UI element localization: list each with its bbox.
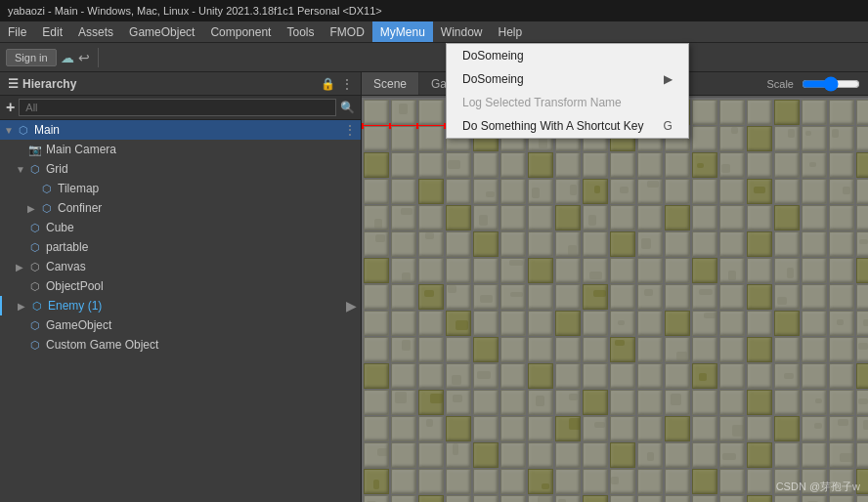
hierarchy-title: ☰ Hierarchy [8, 77, 76, 91]
cube-icon-pool: ⬡ [27, 278, 43, 294]
tree-item-canvas[interactable]: ▶ ⬡ Canvas [0, 257, 361, 276]
more-options-icon[interactable]: ⋮ [341, 77, 353, 91]
tree-item-custom-go[interactable]: ⬡ Custom Game Object [0, 335, 361, 355]
menu-bar: File Edit Assets GameObject Component To… [0, 21, 868, 43]
menu-assets[interactable]: Assets [70, 21, 121, 42]
history-icon[interactable]: ↩ [78, 50, 90, 65]
tree-label-cube: Cube [46, 221, 74, 234]
sign-in-button[interactable]: Sign in [6, 49, 57, 66]
submenu-arrow-icon: ▶ [664, 72, 673, 86]
menu-component[interactable]: Component [202, 21, 279, 42]
tree-label-tilemap: Tilemap [58, 182, 99, 195]
dropdown-label-2: DoSomeing [462, 72, 524, 86]
tab-scene[interactable]: Scene [362, 72, 419, 95]
tree-item-grid[interactable]: ▼ ⬡ Grid [0, 159, 361, 179]
hierarchy-panel-icons: 🔒 ⋮ [321, 77, 353, 91]
enemy-more-btn[interactable]: ▶ [346, 298, 357, 314]
hierarchy-label: Hierarchy [22, 77, 76, 91]
cube-icon-cgo: ⬡ [27, 337, 43, 353]
tree-item-confiner[interactable]: ▶ ⬡ Confiner [0, 198, 361, 218]
tree-label-camera: Main Camera [46, 143, 116, 156]
search-icon[interactable]: 🔍 [340, 101, 355, 114]
cube-icon-main: ⬡ [16, 122, 31, 138]
tree-item-gameobject[interactable]: ⬡ GameObject [0, 315, 361, 335]
tree-item-enemy[interactable]: ▶ ⬡ Enemy (1) ▶ [0, 296, 361, 315]
tree-label-canvas: Canvas [46, 260, 86, 273]
cube-icon-canvas: ⬡ [27, 259, 43, 274]
cube-icon-cube: ⬡ [27, 220, 43, 235]
tree-label-pool: ObjectPool [46, 279, 104, 293]
menu-gameobject[interactable]: GameObject [121, 21, 202, 42]
dropdown-menu: DoSomeing DoSomeing ▶ Log Selected Trans… [446, 43, 689, 139]
tree-label-go: GameObject [46, 318, 111, 332]
tree-label-grid: Grid [46, 162, 68, 176]
dropdown-item-3: Log Selected Transform Name [447, 91, 688, 114]
main-content: ☰ Hierarchy 🔒 ⋮ + 🔍 ▼ ⬡ Main ⋮ [0, 72, 868, 502]
hierarchy-icon: ☰ [8, 77, 19, 91]
camera-icon: 📷 [27, 142, 43, 157]
dropdown-label-1: DoSomeing [462, 49, 524, 63]
expand-arrow-grid: ▼ [16, 164, 27, 175]
cloud-icon[interactable]: ☁ [61, 50, 74, 65]
menu-edit[interactable]: Edit [34, 21, 70, 42]
menu-help[interactable]: Help [491, 21, 531, 42]
cube-icon-partable: ⬡ [27, 239, 43, 255]
dropdown-label-3: Log Selected Transform Name [462, 96, 622, 109]
tree-label-enemy: Enemy (1) [48, 299, 102, 313]
shortcut-key: G [663, 119, 672, 133]
toolbar-separator [98, 48, 99, 67]
cube-icon-tilemap: ⬡ [39, 181, 55, 196]
more-btn-main[interactable]: ⋮ [343, 122, 357, 138]
add-button[interactable]: + [6, 99, 15, 116]
tree-item-tilemap[interactable]: ⬡ Tilemap [0, 179, 361, 198]
tree-item-main[interactable]: ▼ ⬡ Main ⋮ [0, 120, 361, 140]
hierarchy-panel: ☰ Hierarchy 🔒 ⋮ + 🔍 ▼ ⬡ Main ⋮ [0, 72, 362, 502]
cube-icon-grid: ⬡ [27, 161, 43, 177]
expand-arrow-main: ▼ [4, 125, 16, 136]
tile-grid [362, 98, 868, 502]
search-input[interactable] [19, 99, 336, 116]
hierarchy-search-bar: + 🔍 [0, 96, 361, 120]
tree-item-cube[interactable]: ⬡ Cube [0, 218, 361, 237]
expand-arrow-enemy: ▶ [18, 301, 29, 312]
hierarchy-header: ☰ Hierarchy 🔒 ⋮ [0, 72, 361, 96]
dropdown-item-4[interactable]: Do Something With A Shortcut Key G [447, 114, 688, 138]
tree-label-cgo: Custom Game Object [46, 338, 158, 352]
dropdown-item-1[interactable]: DoSomeing [447, 44, 688, 67]
toolbar: Sign in ☁ ↩ [0, 43, 868, 72]
expand-arrow-canvas: ▶ [16, 262, 27, 272]
hierarchy-tree: ▼ ⬡ Main ⋮ 📷 Main Camera ▼ ⬡ Grid ⬡ [0, 120, 361, 502]
lock-icon[interactable]: 🔒 [321, 77, 335, 91]
tree-label-partable: partable [46, 240, 88, 254]
dropdown-item-2[interactable]: DoSomeing ▶ [447, 67, 688, 91]
expand-arrow-confiner: ▶ [27, 203, 39, 214]
title-text: yabaozi - Main - Windows, Mac, Linux - U… [8, 5, 382, 17]
scale-label: Scale [766, 78, 794, 90]
tree-item-objectpool[interactable]: ⬡ ObjectPool [0, 276, 361, 296]
tree-label-confiner: Confiner [58, 201, 102, 215]
title-bar: yabaozi - Main - Windows, Mac, Linux - U… [0, 0, 868, 21]
tile-canvas[interactable]: CSDN @芽孢子w [362, 96, 868, 502]
cube-icon-confiner: ⬡ [39, 200, 55, 216]
menu-window[interactable]: Window [433, 21, 491, 42]
tree-label-main: Main [34, 123, 60, 137]
tree-item-main-camera[interactable]: 📷 Main Camera [0, 140, 361, 159]
watermark: CSDN @芽孢子w [776, 480, 860, 494]
dropdown-label-4: Do Something With A Shortcut Key [462, 119, 643, 133]
tree-item-partable[interactable]: ⬡ partable [0, 237, 361, 257]
menu-fmod[interactable]: FMOD [322, 21, 371, 42]
menu-mymenu[interactable]: MyMenu [372, 21, 433, 42]
cube-icon-go: ⬡ [27, 317, 43, 333]
scale-slider[interactable] [802, 76, 860, 92]
menu-file[interactable]: File [0, 21, 34, 42]
enemy-icon: ⬡ [29, 298, 45, 314]
menu-tools[interactable]: Tools [279, 21, 322, 42]
